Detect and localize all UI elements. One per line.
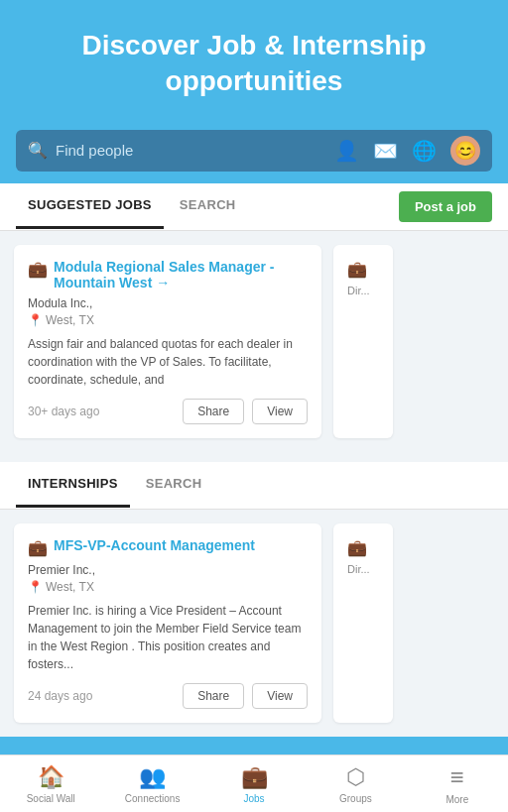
nav-jobs[interactable]: 💼 Jobs — [203, 758, 305, 810]
bottom-nav: 🏠 Social Wall 👥 Connections 💼 Jobs ⬡ Gro… — [0, 754, 508, 812]
job-title-1[interactable]: 💼 Modula Regional Sales Manager - Mounta… — [28, 259, 308, 290]
nav-label-social-wall: Social Wall — [27, 793, 75, 804]
job-card-1: 💼 Modula Regional Sales Manager - Mounta… — [14, 245, 321, 438]
post-job-button[interactable]: Post a job — [399, 191, 492, 222]
search-icon: 🔍 — [28, 141, 48, 160]
groups-icon: ⬡ — [346, 764, 365, 790]
briefcase-icon-1: 💼 — [28, 260, 48, 279]
search-input-area[interactable]: 🔍 Find people — [28, 141, 334, 160]
internship-title-2[interactable]: 💼 — [347, 537, 379, 557]
nav-more[interactable]: ≡ More — [407, 757, 508, 811]
nav-social-wall[interactable]: 🏠 Social Wall — [0, 758, 101, 810]
tab-suggested-jobs[interactable]: SUGGESTED JOBS — [16, 183, 164, 229]
location-pin-int-1: 📍 — [28, 580, 43, 594]
message-icon[interactable]: ✉️ — [373, 139, 398, 163]
suggested-jobs-tab-bar: SUGGESTED JOBS SEARCH Post a job — [0, 183, 508, 231]
globe-icon[interactable]: 🌐 — [412, 139, 437, 163]
briefcase-icon-int-1: 💼 — [28, 538, 48, 557]
nav-label-jobs: Jobs — [243, 793, 264, 804]
search-placeholder: Find people — [56, 142, 133, 159]
job-company-1: Modula Inc., — [28, 296, 308, 310]
section-divider — [0, 452, 508, 462]
internship-card-2-partial: 💼 Dir... — [333, 523, 393, 723]
suggested-jobs-cards: 💼 Modula Regional Sales Manager - Mounta… — [0, 231, 508, 452]
avatar[interactable]: 😊 — [450, 136, 480, 166]
hero-title: Discover Job & Internship opportunities — [40, 28, 468, 100]
internship-title-1[interactable]: 💼 MFS-VP-Account Management — [28, 537, 308, 557]
connections-icon: 👥 — [139, 764, 166, 790]
internships-tab-bar: INTERNSHIPS SEARCH — [0, 462, 508, 510]
jobs-icon: 💼 — [241, 764, 268, 790]
internship-cards: 💼 MFS-VP-Account Management Premier Inc.… — [0, 510, 508, 737]
view-button-int-1[interactable]: View — [252, 683, 308, 709]
search-bar[interactable]: 🔍 Find people 👤 ✉️ 🌐 😊 — [16, 130, 492, 172]
job-title-2[interactable]: 💼 — [347, 259, 379, 279]
briefcase-icon-2: 💼 — [347, 260, 367, 279]
social-wall-icon: 🏠 — [38, 764, 64, 790]
people-icon[interactable]: 👤 — [334, 139, 359, 163]
job-date-1: 30+ days ago — [28, 405, 175, 418]
nav-label-groups: Groups — [339, 793, 372, 804]
nav-label-more: More — [445, 794, 468, 805]
internship-company-1: Premier Inc., — [28, 563, 308, 577]
view-button-1[interactable]: View — [252, 399, 308, 424]
internship-date-1: 24 days ago — [28, 689, 175, 703]
share-button-1[interactable]: Share — [183, 399, 244, 424]
nav-label-connections: Connections — [125, 793, 181, 804]
hero-section: Discover Job & Internship opportunities — [0, 0, 508, 120]
tab-internships[interactable]: INTERNSHIPS — [16, 462, 130, 508]
job-description-1: Assign fair and balanced quotas for each… — [28, 335, 308, 389]
share-button-int-1[interactable]: Share — [183, 683, 244, 709]
job-card-2-text: Dir... — [347, 285, 379, 296]
briefcase-icon-int-2: 💼 — [347, 538, 367, 557]
search-bar-icons: 👤 ✉️ 🌐 😊 — [334, 136, 480, 166]
job-card-2-partial: 💼 Dir... — [333, 245, 393, 438]
tab-search-internships[interactable]: SEARCH — [134, 462, 214, 508]
nav-groups[interactable]: ⬡ Groups — [305, 758, 406, 810]
location-pin-1: 📍 — [28, 313, 43, 327]
job-location-1: 📍 West, TX — [28, 313, 308, 327]
nav-connections[interactable]: 👥 Connections — [101, 758, 202, 810]
internship-card-1: 💼 MFS-VP-Account Management Premier Inc.… — [14, 523, 321, 723]
more-icon: ≡ — [450, 763, 464, 791]
internship-location-1: 📍 West, TX — [28, 580, 308, 594]
internship-description-1: Premier Inc. is hiring a Vice President … — [28, 602, 308, 673]
tab-search-jobs[interactable]: SEARCH — [168, 183, 248, 229]
job-footer-1: 30+ days ago Share View — [28, 399, 308, 424]
search-bar-container: 🔍 Find people 👤 ✉️ 🌐 😊 — [0, 120, 508, 183]
internship-card-2-text: Dir... — [347, 563, 379, 575]
main-content: SUGGESTED JOBS SEARCH Post a job 💼 Modul… — [0, 183, 508, 737]
internship-footer-1: 24 days ago Share View — [28, 683, 308, 709]
